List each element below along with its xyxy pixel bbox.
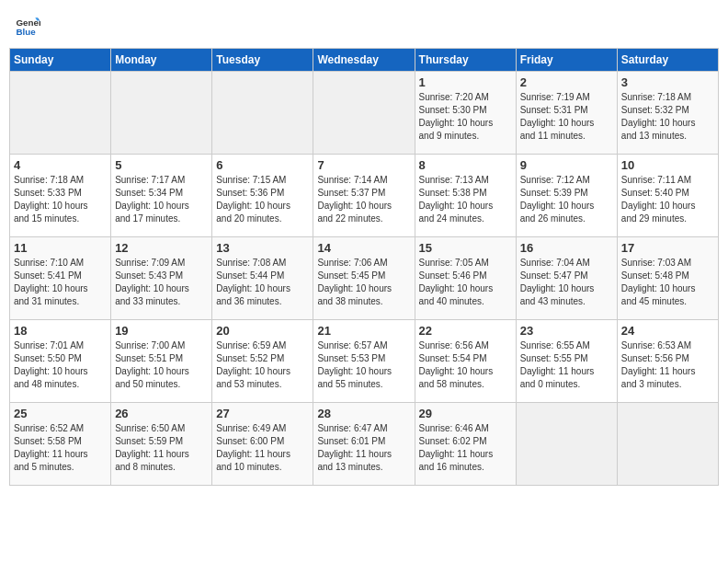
calendar-cell: 4Sunrise: 7:18 AM Sunset: 5:33 PM Daylig… bbox=[10, 155, 111, 237]
calendar-cell bbox=[212, 72, 313, 155]
logo-icon: General Blue bbox=[15, 13, 40, 39]
day-number: 13 bbox=[216, 241, 309, 255]
day-number: 10 bbox=[621, 158, 714, 172]
calendar-cell: 20Sunrise: 6:59 AM Sunset: 5:52 PM Dayli… bbox=[212, 320, 313, 403]
calendar-table: SundayMondayTuesdayWednesdayThursdayFrid… bbox=[9, 48, 719, 486]
calendar-cell bbox=[313, 72, 415, 155]
day-number: 6 bbox=[216, 158, 309, 172]
day-info: Sunrise: 6:49 AM Sunset: 6:00 PM Dayligh… bbox=[216, 422, 309, 474]
day-info: Sunrise: 6:59 AM Sunset: 5:52 PM Dayligh… bbox=[216, 339, 309, 391]
calendar-cell: 22Sunrise: 6:56 AM Sunset: 5:54 PM Dayli… bbox=[415, 320, 516, 403]
calendar-cell bbox=[617, 403, 718, 486]
calendar-week-row: 18Sunrise: 7:01 AM Sunset: 5:50 PM Dayli… bbox=[10, 320, 719, 403]
calendar-cell: 27Sunrise: 6:49 AM Sunset: 6:00 PM Dayli… bbox=[212, 403, 313, 486]
day-info: Sunrise: 7:13 AM Sunset: 5:38 PM Dayligh… bbox=[419, 174, 512, 225]
calendar-cell: 17Sunrise: 7:03 AM Sunset: 5:48 PM Dayli… bbox=[617, 237, 718, 320]
calendar-cell: 9Sunrise: 7:12 AM Sunset: 5:39 PM Daylig… bbox=[516, 155, 617, 237]
day-info: Sunrise: 7:14 AM Sunset: 5:37 PM Dayligh… bbox=[317, 174, 410, 225]
day-number: 9 bbox=[520, 158, 613, 172]
calendar-cell: 25Sunrise: 6:52 AM Sunset: 5:58 PM Dayli… bbox=[10, 403, 111, 486]
day-number: 28 bbox=[317, 407, 410, 420]
day-number: 23 bbox=[520, 324, 613, 338]
day-info: Sunrise: 6:53 AM Sunset: 5:56 PM Dayligh… bbox=[621, 339, 714, 391]
day-number: 2 bbox=[520, 75, 613, 89]
calendar-week-row: 25Sunrise: 6:52 AM Sunset: 5:58 PM Dayli… bbox=[10, 403, 719, 486]
day-info: Sunrise: 7:12 AM Sunset: 5:39 PM Dayligh… bbox=[520, 174, 613, 225]
day-number: 27 bbox=[216, 407, 309, 420]
day-number: 21 bbox=[317, 324, 410, 338]
calendar-cell: 23Sunrise: 6:55 AM Sunset: 5:55 PM Dayli… bbox=[516, 320, 617, 403]
day-number: 14 bbox=[317, 241, 410, 255]
calendar-cell: 28Sunrise: 6:47 AM Sunset: 6:01 PM Dayli… bbox=[313, 403, 415, 486]
day-number: 11 bbox=[14, 241, 107, 255]
day-info: Sunrise: 7:20 AM Sunset: 5:30 PM Dayligh… bbox=[419, 91, 512, 143]
day-info: Sunrise: 7:18 AM Sunset: 5:32 PM Dayligh… bbox=[621, 91, 714, 143]
day-info: Sunrise: 6:47 AM Sunset: 6:01 PM Dayligh… bbox=[317, 422, 410, 474]
calendar-cell: 13Sunrise: 7:08 AM Sunset: 5:44 PM Dayli… bbox=[212, 237, 313, 320]
calendar-week-row: 1Sunrise: 7:20 AM Sunset: 5:30 PM Daylig… bbox=[10, 72, 719, 155]
weekday-header: Sunday bbox=[10, 49, 111, 72]
day-info: Sunrise: 7:11 AM Sunset: 5:40 PM Dayligh… bbox=[621, 174, 714, 225]
calendar-week-row: 11Sunrise: 7:10 AM Sunset: 5:41 PM Dayli… bbox=[10, 237, 719, 320]
day-info: Sunrise: 6:50 AM Sunset: 5:59 PM Dayligh… bbox=[115, 422, 208, 474]
day-number: 25 bbox=[14, 407, 107, 420]
day-info: Sunrise: 7:01 AM Sunset: 5:50 PM Dayligh… bbox=[14, 339, 107, 391]
calendar-cell: 8Sunrise: 7:13 AM Sunset: 5:38 PM Daylig… bbox=[415, 155, 516, 237]
day-info: Sunrise: 7:19 AM Sunset: 5:31 PM Dayligh… bbox=[520, 91, 613, 143]
day-info: Sunrise: 7:17 AM Sunset: 5:34 PM Dayligh… bbox=[115, 174, 208, 225]
day-number: 12 bbox=[115, 241, 208, 255]
svg-text:Blue: Blue bbox=[16, 27, 36, 37]
day-info: Sunrise: 7:04 AM Sunset: 5:47 PM Dayligh… bbox=[520, 257, 613, 308]
day-info: Sunrise: 7:08 AM Sunset: 5:44 PM Dayligh… bbox=[216, 257, 309, 308]
day-info: Sunrise: 7:06 AM Sunset: 5:45 PM Dayligh… bbox=[317, 257, 410, 308]
day-info: Sunrise: 7:18 AM Sunset: 5:33 PM Dayligh… bbox=[14, 174, 107, 225]
calendar-cell: 26Sunrise: 6:50 AM Sunset: 5:59 PM Dayli… bbox=[111, 403, 212, 486]
day-info: Sunrise: 6:57 AM Sunset: 5:53 PM Dayligh… bbox=[317, 339, 410, 391]
weekday-header: Wednesday bbox=[313, 49, 415, 72]
day-number: 26 bbox=[115, 407, 208, 420]
day-number: 22 bbox=[419, 324, 512, 338]
calendar-cell: 11Sunrise: 7:10 AM Sunset: 5:41 PM Dayli… bbox=[10, 237, 111, 320]
day-number: 18 bbox=[14, 324, 107, 338]
day-number: 15 bbox=[419, 241, 512, 255]
calendar-cell: 2Sunrise: 7:19 AM Sunset: 5:31 PM Daylig… bbox=[516, 72, 617, 155]
calendar-cell: 18Sunrise: 7:01 AM Sunset: 5:50 PM Dayli… bbox=[10, 320, 111, 403]
calendar-cell bbox=[516, 403, 617, 486]
weekday-header: Tuesday bbox=[212, 49, 313, 72]
calendar-cell: 6Sunrise: 7:15 AM Sunset: 5:36 PM Daylig… bbox=[212, 155, 313, 237]
day-info: Sunrise: 7:05 AM Sunset: 5:46 PM Dayligh… bbox=[419, 257, 512, 308]
calendar-cell: 10Sunrise: 7:11 AM Sunset: 5:40 PM Dayli… bbox=[617, 155, 718, 237]
day-number: 20 bbox=[216, 324, 309, 338]
day-number: 29 bbox=[419, 407, 512, 420]
calendar-cell: 1Sunrise: 7:20 AM Sunset: 5:30 PM Daylig… bbox=[415, 72, 516, 155]
day-number: 17 bbox=[621, 241, 714, 255]
day-info: Sunrise: 7:09 AM Sunset: 5:43 PM Dayligh… bbox=[115, 257, 208, 308]
day-info: Sunrise: 6:52 AM Sunset: 5:58 PM Dayligh… bbox=[14, 422, 107, 474]
calendar-cell: 29Sunrise: 6:46 AM Sunset: 6:02 PM Dayli… bbox=[415, 403, 516, 486]
logo: General Blue bbox=[15, 13, 42, 39]
day-number: 7 bbox=[317, 158, 410, 172]
calendar-cell: 24Sunrise: 6:53 AM Sunset: 5:56 PM Dayli… bbox=[617, 320, 718, 403]
day-info: Sunrise: 7:10 AM Sunset: 5:41 PM Dayligh… bbox=[14, 257, 107, 308]
calendar-cell bbox=[111, 72, 212, 155]
calendar-cell: 19Sunrise: 7:00 AM Sunset: 5:51 PM Dayli… bbox=[111, 320, 212, 403]
day-info: Sunrise: 7:15 AM Sunset: 5:36 PM Dayligh… bbox=[216, 174, 309, 225]
weekday-header: Monday bbox=[111, 49, 212, 72]
calendar-cell: 14Sunrise: 7:06 AM Sunset: 5:45 PM Dayli… bbox=[313, 237, 415, 320]
day-info: Sunrise: 6:46 AM Sunset: 6:02 PM Dayligh… bbox=[419, 422, 512, 474]
day-info: Sunrise: 6:56 AM Sunset: 5:54 PM Dayligh… bbox=[419, 339, 512, 391]
day-number: 4 bbox=[14, 158, 107, 172]
calendar-cell: 12Sunrise: 7:09 AM Sunset: 5:43 PM Dayli… bbox=[111, 237, 212, 320]
calendar-cell: 3Sunrise: 7:18 AM Sunset: 5:32 PM Daylig… bbox=[617, 72, 718, 155]
weekday-header: Saturday bbox=[617, 49, 718, 72]
day-number: 8 bbox=[419, 158, 512, 172]
day-info: Sunrise: 7:00 AM Sunset: 5:51 PM Dayligh… bbox=[115, 339, 208, 391]
day-number: 5 bbox=[115, 158, 208, 172]
calendar-week-row: 4Sunrise: 7:18 AM Sunset: 5:33 PM Daylig… bbox=[10, 155, 719, 237]
day-number: 16 bbox=[520, 241, 613, 255]
weekday-header: Friday bbox=[516, 49, 617, 72]
day-info: Sunrise: 7:03 AM Sunset: 5:48 PM Dayligh… bbox=[621, 257, 714, 308]
calendar-header: SundayMondayTuesdayWednesdayThursdayFrid… bbox=[10, 49, 719, 72]
calendar-cell: 5Sunrise: 7:17 AM Sunset: 5:34 PM Daylig… bbox=[111, 155, 212, 237]
calendar-cell: 15Sunrise: 7:05 AM Sunset: 5:46 PM Dayli… bbox=[415, 237, 516, 320]
